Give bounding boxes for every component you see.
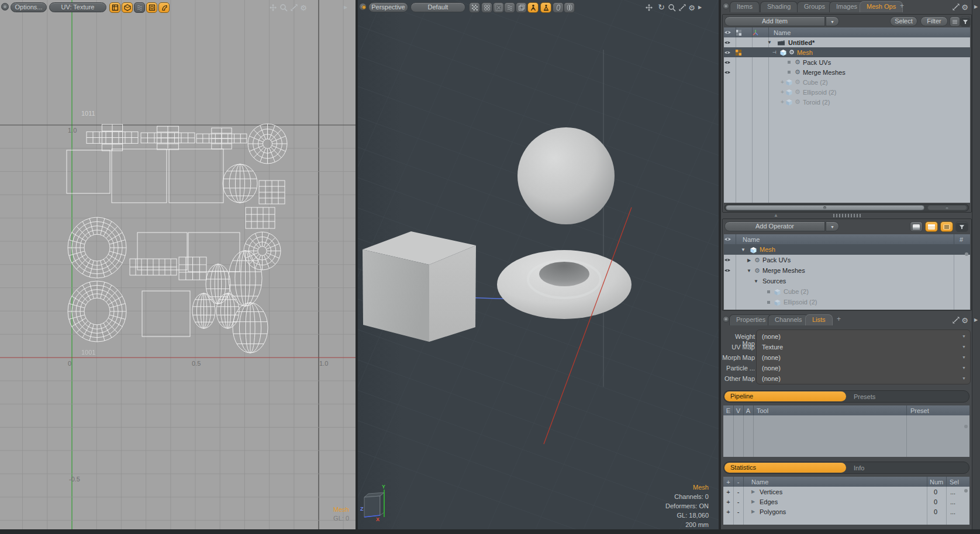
stat-expand-button[interactable]: + (723, 508, 733, 515)
collapse-arrow-icon[interactable]: ▼ (753, 279, 759, 284)
splitter-arrow-icon[interactable]: ▲ (774, 213, 778, 218)
collapse-arrow-icon[interactable]: ▼ (767, 40, 772, 45)
stat-expand-button[interactable]: + (723, 498, 733, 505)
shading-mode-dropdown[interactable]: Default (410, 2, 465, 12)
add-operator-button[interactable]: Add Operator (724, 221, 825, 231)
item-row-toroid[interactable]: + ⚙ Toroid (2) (724, 97, 970, 107)
header-render-check-icon[interactable] (736, 30, 752, 36)
item-list-hscrollbar[interactable] (724, 204, 969, 211)
tab-properties[interactable]: Properties (729, 314, 772, 325)
item-row-cube[interactable]: + ⚙ Cube (2) (724, 77, 970, 87)
uv-island[interactable] (188, 233, 240, 272)
tab-statistics[interactable]: Statistics (724, 463, 846, 473)
item-row-pack-uvs[interactable]: ⚙ Pack UVs (724, 57, 970, 67)
panel-separator[interactable] (719, 0, 721, 529)
tab-groups[interactable]: Groups (797, 1, 832, 12)
uv-map-value[interactable]: Texture (762, 344, 783, 351)
uv-island[interactable] (229, 251, 262, 306)
collapse-arrow-icon[interactable]: ▼ (746, 268, 752, 273)
expand-plus-icon[interactable]: + (779, 99, 785, 105)
tab-lists[interactable]: Lists (805, 314, 833, 325)
uv-island[interactable] (142, 291, 190, 337)
morph-map-value[interactable]: (none) (762, 354, 781, 361)
uv-island[interactable] (87, 124, 138, 151)
item-row-mesh[interactable]: ⊣ ⚙ Mesh (724, 47, 970, 57)
tab-shading[interactable]: Shading (760, 1, 798, 12)
uv-island[interactable] (141, 126, 195, 150)
item-row-merge-meshes[interactable]: ⚙ Merge Meshes (724, 67, 970, 77)
quad-dots-icon[interactable] (481, 2, 492, 13)
add-item-arrow-button[interactable]: ▼ (826, 16, 839, 26)
stat-collapse-button[interactable]: - (733, 508, 743, 515)
uv-island[interactable] (233, 303, 268, 353)
uv-options-button[interactable]: Options... (11, 2, 47, 12)
eye-icon[interactable] (724, 70, 736, 75)
vscroll-nub[interactable] (965, 252, 968, 256)
stat-sel[interactable]: ... (950, 498, 955, 505)
statue-person-icon[interactable] (540, 2, 551, 13)
uv-island[interactable] (248, 124, 287, 164)
add-operator-arrow-button[interactable]: ▼ (826, 221, 839, 231)
window-view-icon[interactable] (925, 221, 938, 232)
uv-shell-toggle-icon[interactable] (158, 2, 170, 13)
wireframe-waves-icon[interactable] (504, 2, 515, 13)
stat-row-edges[interactable]: + - ▶ Edges 0 ... (723, 497, 969, 507)
viewport-settings-gear-icon[interactable]: ⚙ (686, 2, 697, 13)
header-axis-icon[interactable] (752, 29, 768, 36)
uv-canvas[interactable] (0, 0, 356, 529)
filter-funnel-icon[interactable] (960, 16, 971, 27)
expand-arrow-icon[interactable]: ▶ (750, 509, 756, 514)
operator-filter-funnel-icon[interactable] (955, 221, 968, 232)
tab-add[interactable]: + (896, 1, 907, 12)
vscroll-nub[interactable] (964, 489, 968, 493)
uv-island[interactable] (68, 281, 126, 342)
op-row-pack-uvs[interactable]: ▶ ⚙ Pack UVs (724, 255, 970, 265)
vscroll-nub[interactable] (964, 425, 968, 428)
uv-island[interactable] (179, 257, 206, 280)
eye-icon[interactable] (724, 40, 736, 45)
list-view-icon[interactable] (940, 221, 953, 232)
tab-items[interactable]: Items (730, 1, 760, 12)
expand-arrow-icon[interactable]: ▶ (750, 499, 756, 504)
uv-island[interactable] (196, 128, 247, 149)
weight-map-value[interactable]: (none) (762, 333, 781, 340)
camera-mode-dropdown[interactable]: Perspective (368, 2, 408, 12)
strip-flyout-arrow-icon[interactable]: ▶ (974, 4, 978, 9)
header-eye-icon[interactable] (724, 237, 736, 242)
uv-panel-menu-button[interactable] (1, 3, 9, 11)
stat-collapse-button[interactable]: - (733, 488, 743, 495)
tab-info[interactable]: Info (854, 463, 864, 473)
sidebar-gear-icon[interactable]: ⚙ (960, 2, 970, 12)
eye-icon[interactable] (724, 50, 736, 55)
texture-checker-icon[interactable] (469, 2, 480, 13)
torus-object[interactable] (497, 250, 632, 319)
expand-plus-icon[interactable]: + (779, 89, 785, 95)
morph-map-dropdown-icon[interactable]: ▼ (962, 355, 966, 359)
eye-icon[interactable] (724, 60, 736, 65)
splitter-grip[interactable] (833, 214, 861, 217)
eye-icon[interactable] (724, 268, 736, 273)
ghost-layers-icon[interactable] (516, 2, 527, 13)
particle-map-dropdown-icon[interactable]: ▼ (962, 366, 966, 370)
op-row-cube[interactable]: Cube (2) (724, 286, 970, 297)
op-row-sources[interactable]: ▼ Sources (724, 276, 970, 286)
stat-sel[interactable]: ... (950, 508, 955, 515)
stat-expand-button[interactable]: + (723, 488, 733, 495)
strip-flyout-arrow-icon[interactable]: ▶ (974, 317, 978, 323)
item-row-ellipsoid[interactable]: + ⚙ Ellipsoid (2) (724, 87, 970, 97)
filter-button[interactable]: Filter (920, 16, 948, 26)
actor-person-icon[interactable] (527, 2, 539, 13)
lens-shape-icon[interactable] (553, 2, 564, 13)
uv-mode-dropdown[interactable]: UV: Texture (49, 2, 106, 12)
panel-separator[interactable] (356, 0, 358, 529)
expand-arrow-icon[interactable]: ▶ (746, 258, 752, 263)
uv-island[interactable] (130, 259, 177, 275)
other-map-value[interactable]: (none) (762, 375, 781, 382)
lists-menu-button[interactable] (723, 316, 729, 323)
uv-map-dropdown-icon[interactable]: ▼ (962, 345, 966, 349)
double-lens-shape-icon[interactable] (564, 2, 575, 13)
tab-channels[interactable]: Channels (768, 314, 809, 325)
uv-flyout-arrow-icon[interactable]: ▶ (344, 5, 347, 10)
uv-pan-icon[interactable] (268, 2, 278, 13)
header-eye-icon[interactable] (724, 30, 736, 35)
